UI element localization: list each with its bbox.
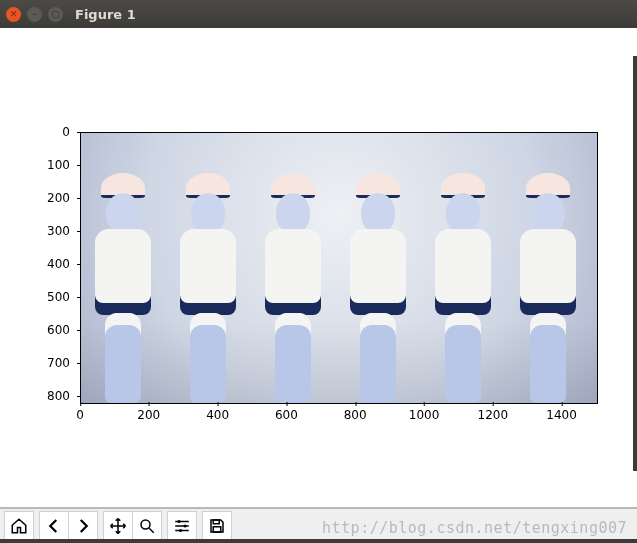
forward-icon <box>74 517 92 535</box>
titlebar: ✕ – ▢ Figure 1 <box>0 0 637 28</box>
pan-button[interactable] <box>103 511 133 541</box>
window-close-button[interactable]: ✕ <box>6 7 21 22</box>
forward-button[interactable] <box>68 511 98 541</box>
y-tick-label: 100 <box>0 158 76 172</box>
y-tick-label: 200 <box>0 191 76 205</box>
configure-subplots-button[interactable] <box>167 511 197 541</box>
svg-point-2 <box>184 525 187 528</box>
x-tick-label: 1400 <box>546 408 577 422</box>
watermark-text: http://blog.csdn.net/tengxing007 <box>322 519 627 537</box>
window-border <box>633 56 637 471</box>
y-tick-label: 600 <box>0 323 76 337</box>
x-tick-label: 1000 <box>409 408 440 422</box>
save-button[interactable] <box>202 511 232 541</box>
y-axis-ticks: 0 100 200 300 400 500 600 700 800 <box>0 132 76 402</box>
image-content <box>81 133 597 403</box>
axes-image <box>80 132 598 404</box>
subplots-icon <box>173 517 191 535</box>
svg-point-1 <box>178 520 181 523</box>
x-tick-label: 800 <box>344 408 367 422</box>
zoom-button[interactable] <box>132 511 162 541</box>
window-border <box>0 539 637 543</box>
pan-icon <box>109 517 127 535</box>
x-tick-label: 600 <box>275 408 298 422</box>
x-tick-label: 1200 <box>478 408 509 422</box>
save-icon <box>208 517 226 535</box>
figure-window: ✕ – ▢ Figure 1 0 100 200 300 400 500 600… <box>0 0 637 543</box>
x-tick-label: 400 <box>206 408 229 422</box>
zoom-icon <box>138 517 156 535</box>
y-tick-label: 800 <box>0 389 76 403</box>
window-title: Figure 1 <box>75 7 136 22</box>
y-tick-label: 400 <box>0 257 76 271</box>
nav-toolbar: http://blog.csdn.net/tengxing007 <box>0 509 637 543</box>
window-maximize-button[interactable]: ▢ <box>48 7 63 22</box>
home-button[interactable] <box>4 511 34 541</box>
svg-rect-5 <box>213 527 221 532</box>
back-icon <box>45 517 63 535</box>
window-minimize-button[interactable]: – <box>27 7 42 22</box>
back-button[interactable] <box>39 511 69 541</box>
x-tick-label: 200 <box>137 408 160 422</box>
y-tick-label: 300 <box>0 224 76 238</box>
x-axis-ticks: 0 200 400 600 800 1000 1200 1400 <box>80 402 596 426</box>
y-tick-label: 700 <box>0 356 76 370</box>
y-tick-label: 500 <box>0 290 76 304</box>
svg-point-3 <box>179 529 182 532</box>
svg-rect-4 <box>213 520 219 524</box>
home-icon <box>10 517 28 535</box>
y-tick-label: 0 <box>0 125 76 139</box>
figure-canvas[interactable]: 0 100 200 300 400 500 600 700 800 0 200 … <box>0 28 637 507</box>
svg-point-0 <box>141 520 150 529</box>
x-tick-label: 0 <box>76 408 84 422</box>
